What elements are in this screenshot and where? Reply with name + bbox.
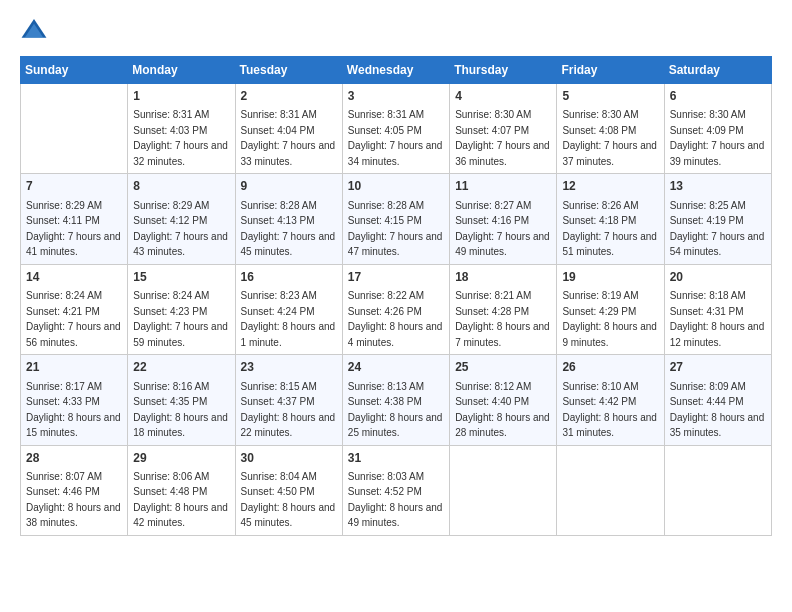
sunset-text: Sunset: 4:12 PM [133, 215, 207, 226]
daylight-text: Daylight: 7 hours and 47 minutes. [348, 231, 443, 258]
sunset-text: Sunset: 4:19 PM [670, 215, 744, 226]
day-number: 4 [455, 88, 551, 105]
sunset-text: Sunset: 4:48 PM [133, 486, 207, 497]
calendar-cell: 12 Sunrise: 8:26 AM Sunset: 4:18 PM Dayl… [557, 174, 664, 264]
day-number: 28 [26, 450, 122, 467]
sunset-text: Sunset: 4:08 PM [562, 125, 636, 136]
sunset-text: Sunset: 4:23 PM [133, 306, 207, 317]
calendar-cell: 2 Sunrise: 8:31 AM Sunset: 4:04 PM Dayli… [235, 84, 342, 174]
day-number: 10 [348, 178, 444, 195]
sunrise-text: Sunrise: 8:31 AM [348, 109, 424, 120]
calendar-week-row: 28 Sunrise: 8:07 AM Sunset: 4:46 PM Dayl… [21, 445, 772, 535]
sunrise-text: Sunrise: 8:03 AM [348, 471, 424, 482]
sunrise-text: Sunrise: 8:26 AM [562, 200, 638, 211]
daylight-text: Daylight: 7 hours and 56 minutes. [26, 321, 121, 348]
sunrise-text: Sunrise: 8:30 AM [562, 109, 638, 120]
sunset-text: Sunset: 4:04 PM [241, 125, 315, 136]
day-number: 9 [241, 178, 337, 195]
calendar-table: SundayMondayTuesdayWednesdayThursdayFrid… [20, 56, 772, 536]
header-cell-thursday: Thursday [450, 57, 557, 84]
sunrise-text: Sunrise: 8:21 AM [455, 290, 531, 301]
daylight-text: Daylight: 7 hours and 33 minutes. [241, 140, 336, 167]
day-number: 16 [241, 269, 337, 286]
calendar-cell [450, 445, 557, 535]
sunrise-text: Sunrise: 8:07 AM [26, 471, 102, 482]
daylight-text: Daylight: 7 hours and 59 minutes. [133, 321, 228, 348]
calendar-cell: 11 Sunrise: 8:27 AM Sunset: 4:16 PM Dayl… [450, 174, 557, 264]
calendar-cell: 3 Sunrise: 8:31 AM Sunset: 4:05 PM Dayli… [342, 84, 449, 174]
calendar-cell: 15 Sunrise: 8:24 AM Sunset: 4:23 PM Dayl… [128, 264, 235, 354]
sunset-text: Sunset: 4:05 PM [348, 125, 422, 136]
sunset-text: Sunset: 4:21 PM [26, 306, 100, 317]
sunrise-text: Sunrise: 8:27 AM [455, 200, 531, 211]
sunset-text: Sunset: 4:35 PM [133, 396, 207, 407]
sunrise-text: Sunrise: 8:15 AM [241, 381, 317, 392]
sunset-text: Sunset: 4:44 PM [670, 396, 744, 407]
sunset-text: Sunset: 4:50 PM [241, 486, 315, 497]
day-number: 29 [133, 450, 229, 467]
calendar-week-row: 14 Sunrise: 8:24 AM Sunset: 4:21 PM Dayl… [21, 264, 772, 354]
calendar-header-row: SundayMondayTuesdayWednesdayThursdayFrid… [21, 57, 772, 84]
calendar-cell: 17 Sunrise: 8:22 AM Sunset: 4:26 PM Dayl… [342, 264, 449, 354]
sunrise-text: Sunrise: 8:30 AM [455, 109, 531, 120]
sunset-text: Sunset: 4:46 PM [26, 486, 100, 497]
daylight-text: Daylight: 8 hours and 49 minutes. [348, 502, 443, 529]
calendar-cell: 29 Sunrise: 8:06 AM Sunset: 4:48 PM Dayl… [128, 445, 235, 535]
daylight-text: Daylight: 7 hours and 32 minutes. [133, 140, 228, 167]
day-number: 12 [562, 178, 658, 195]
day-number: 11 [455, 178, 551, 195]
calendar-cell [21, 84, 128, 174]
daylight-text: Daylight: 8 hours and 38 minutes. [26, 502, 121, 529]
day-number: 2 [241, 88, 337, 105]
sunset-text: Sunset: 4:16 PM [455, 215, 529, 226]
day-number: 26 [562, 359, 658, 376]
calendar-cell: 5 Sunrise: 8:30 AM Sunset: 4:08 PM Dayli… [557, 84, 664, 174]
sunrise-text: Sunrise: 8:31 AM [241, 109, 317, 120]
daylight-text: Daylight: 7 hours and 51 minutes. [562, 231, 657, 258]
sunrise-text: Sunrise: 8:16 AM [133, 381, 209, 392]
sunset-text: Sunset: 4:18 PM [562, 215, 636, 226]
calendar-cell: 1 Sunrise: 8:31 AM Sunset: 4:03 PM Dayli… [128, 84, 235, 174]
day-number: 19 [562, 269, 658, 286]
calendar-cell: 28 Sunrise: 8:07 AM Sunset: 4:46 PM Dayl… [21, 445, 128, 535]
daylight-text: Daylight: 7 hours and 45 minutes. [241, 231, 336, 258]
calendar-cell: 8 Sunrise: 8:29 AM Sunset: 4:12 PM Dayli… [128, 174, 235, 264]
sunrise-text: Sunrise: 8:23 AM [241, 290, 317, 301]
logo-icon [20, 16, 48, 44]
calendar-cell: 16 Sunrise: 8:23 AM Sunset: 4:24 PM Dayl… [235, 264, 342, 354]
sunrise-text: Sunrise: 8:29 AM [26, 200, 102, 211]
calendar-cell: 7 Sunrise: 8:29 AM Sunset: 4:11 PM Dayli… [21, 174, 128, 264]
day-number: 24 [348, 359, 444, 376]
daylight-text: Daylight: 7 hours and 37 minutes. [562, 140, 657, 167]
sunrise-text: Sunrise: 8:04 AM [241, 471, 317, 482]
header-cell-sunday: Sunday [21, 57, 128, 84]
calendar-cell: 9 Sunrise: 8:28 AM Sunset: 4:13 PM Dayli… [235, 174, 342, 264]
day-number: 8 [133, 178, 229, 195]
sunrise-text: Sunrise: 8:13 AM [348, 381, 424, 392]
sunset-text: Sunset: 4:07 PM [455, 125, 529, 136]
header-cell-friday: Friday [557, 57, 664, 84]
daylight-text: Daylight: 7 hours and 54 minutes. [670, 231, 765, 258]
calendar-cell: 30 Sunrise: 8:04 AM Sunset: 4:50 PM Dayl… [235, 445, 342, 535]
calendar-cell: 27 Sunrise: 8:09 AM Sunset: 4:44 PM Dayl… [664, 355, 771, 445]
day-number: 20 [670, 269, 766, 286]
sunset-text: Sunset: 4:28 PM [455, 306, 529, 317]
calendar-cell: 19 Sunrise: 8:19 AM Sunset: 4:29 PM Dayl… [557, 264, 664, 354]
calendar-cell: 10 Sunrise: 8:28 AM Sunset: 4:15 PM Dayl… [342, 174, 449, 264]
daylight-text: Daylight: 7 hours and 34 minutes. [348, 140, 443, 167]
sunrise-text: Sunrise: 8:24 AM [26, 290, 102, 301]
daylight-text: Daylight: 8 hours and 31 minutes. [562, 412, 657, 439]
sunrise-text: Sunrise: 8:09 AM [670, 381, 746, 392]
sunrise-text: Sunrise: 8:30 AM [670, 109, 746, 120]
sunrise-text: Sunrise: 8:22 AM [348, 290, 424, 301]
sunset-text: Sunset: 4:03 PM [133, 125, 207, 136]
daylight-text: Daylight: 8 hours and 1 minute. [241, 321, 336, 348]
day-number: 6 [670, 88, 766, 105]
header-cell-saturday: Saturday [664, 57, 771, 84]
day-number: 17 [348, 269, 444, 286]
sunrise-text: Sunrise: 8:06 AM [133, 471, 209, 482]
calendar-cell: 4 Sunrise: 8:30 AM Sunset: 4:07 PM Dayli… [450, 84, 557, 174]
daylight-text: Daylight: 8 hours and 4 minutes. [348, 321, 443, 348]
day-number: 30 [241, 450, 337, 467]
daylight-text: Daylight: 8 hours and 15 minutes. [26, 412, 121, 439]
